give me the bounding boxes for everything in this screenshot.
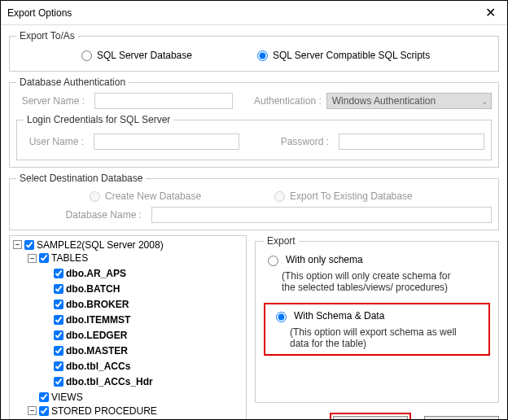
item-checkbox[interactable] xyxy=(54,284,64,294)
server-name-label: Server Name : xyxy=(16,95,90,107)
tree-tables-label: TABLES xyxy=(51,252,88,265)
database-name-label: Database Name : xyxy=(57,209,147,221)
export-existing-db-radio[interactable]: Export To Existing Database xyxy=(274,190,413,202)
tree-procs-label: STORED PROCEDURE xyxy=(51,405,157,418)
create-new-db-radio[interactable]: Create New Database xyxy=(90,190,201,202)
tree-procs-node[interactable]: − STORED PROCEDURE xyxy=(28,405,157,418)
tree-views-label: VIEWS xyxy=(51,391,83,404)
tree-root-node[interactable]: − SAMPLE2(SQL Server 2008) xyxy=(13,238,164,252)
export-to-as-legend: Export To/As xyxy=(16,30,78,42)
radio-label: With Schema & Data xyxy=(294,310,384,322)
item-checkbox[interactable] xyxy=(54,315,64,325)
collapse-icon[interactable]: − xyxy=(28,254,37,263)
server-name-input[interactable] xyxy=(94,93,233,109)
window-title: Export Options xyxy=(7,7,72,19)
views-checkbox[interactable] xyxy=(39,392,49,402)
item-checkbox[interactable] xyxy=(54,361,64,371)
radio-label: With only schema xyxy=(286,254,363,265)
radio-label: SQL Server Database xyxy=(97,50,192,61)
tree-item[interactable]: dbo.LEDGER xyxy=(42,329,127,342)
chevron-down-icon: ⌄ xyxy=(481,97,488,106)
tree-item[interactable]: dbo.tbl_ACCs_Hdr xyxy=(42,375,153,388)
save-button[interactable]: Save xyxy=(333,416,408,420)
tree-tables-node[interactable]: − TABLES xyxy=(28,252,88,265)
procs-checkbox[interactable] xyxy=(39,406,49,416)
close-icon[interactable]: ✕ xyxy=(480,5,501,20)
tree-item[interactable]: dbo.AR_APS xyxy=(42,267,126,280)
login-credentials-legend: Login Credentials for SQL Server xyxy=(24,114,173,125)
export-to-as-group: Export To/As SQL Server Database SQL Ser… xyxy=(9,30,499,72)
select-destination-group: Select Destination Database Create New D… xyxy=(9,173,499,230)
tree-item[interactable]: dbo.tbl_ACCs xyxy=(42,360,130,373)
password-label: Password : xyxy=(269,136,334,147)
db-auth-group: Database Authentication Server Name : Au… xyxy=(9,77,499,168)
object-tree[interactable]: − SAMPLE2(SQL Server 2008) − TABLES dbo.… xyxy=(9,235,247,420)
schema-data-desc: (This option will export schema as well … xyxy=(290,326,469,349)
select-destination-legend: Select Destination Database xyxy=(16,173,146,184)
tables-checkbox[interactable] xyxy=(39,253,49,263)
database-name-input[interactable] xyxy=(151,207,492,223)
tree-item[interactable]: dbo.MASTER xyxy=(42,344,128,357)
schema-data-radio[interactable]: With Schema & Data xyxy=(272,309,384,322)
collapse-icon[interactable]: − xyxy=(13,240,22,249)
root-checkbox[interactable] xyxy=(24,240,34,250)
tree-item[interactable]: dbo.ITEMMST xyxy=(42,313,130,326)
radio-input xyxy=(90,191,100,202)
login-credentials-group: Login Credentials for SQL Server User Na… xyxy=(16,114,492,160)
authentication-select[interactable]: Windows Authentication ⌄ xyxy=(326,93,492,109)
radio-label: SQL Server Compatible SQL Scripts xyxy=(273,50,430,61)
tree-root-label: SAMPLE2(SQL Server 2008) xyxy=(37,238,164,252)
export-to-sqlserver-db-radio[interactable]: SQL Server Database xyxy=(81,50,192,61)
radio-input xyxy=(274,191,285,202)
schema-only-desc: (This option will only create schema for… xyxy=(282,270,461,293)
radio-input[interactable] xyxy=(268,256,278,266)
tree-item[interactable]: dbo.BROKER xyxy=(42,298,129,311)
schema-only-radio[interactable]: With only schema xyxy=(264,253,363,266)
item-checkbox[interactable] xyxy=(54,377,64,387)
schema-data-highlight: With Schema & Data (This option will exp… xyxy=(264,303,490,356)
radio-label: Create New Database xyxy=(105,190,201,202)
tree-views-node[interactable]: VIEWS xyxy=(28,391,83,404)
radio-input[interactable] xyxy=(276,312,287,322)
item-checkbox[interactable] xyxy=(54,330,64,340)
cancel-button[interactable]: Cancel xyxy=(424,416,499,420)
radio-label: Export To Existing Database xyxy=(290,190,413,202)
authentication-label: Authentication : xyxy=(254,95,322,107)
radio-input[interactable] xyxy=(257,50,268,61)
item-checkbox[interactable] xyxy=(54,346,64,356)
password-input[interactable] xyxy=(339,133,484,150)
authentication-value: Windows Authentication xyxy=(332,95,436,107)
db-auth-legend: Database Authentication xyxy=(16,77,129,88)
username-label: User Name : xyxy=(24,136,89,147)
export-options-legend: Export xyxy=(264,235,299,247)
collapse-icon[interactable]: − xyxy=(28,406,37,415)
titlebar: Export Options ✕ xyxy=(1,1,507,25)
radio-input[interactable] xyxy=(81,50,92,61)
export-to-sql-scripts-radio[interactable]: SQL Server Compatible SQL Scripts xyxy=(257,50,430,61)
export-options-group: Export With only schema (This option wil… xyxy=(255,235,499,403)
tree-item[interactable]: dbo.BATCH xyxy=(42,282,120,295)
item-checkbox[interactable] xyxy=(54,300,64,309)
item-checkbox[interactable] xyxy=(54,269,64,278)
username-input[interactable] xyxy=(94,133,239,150)
